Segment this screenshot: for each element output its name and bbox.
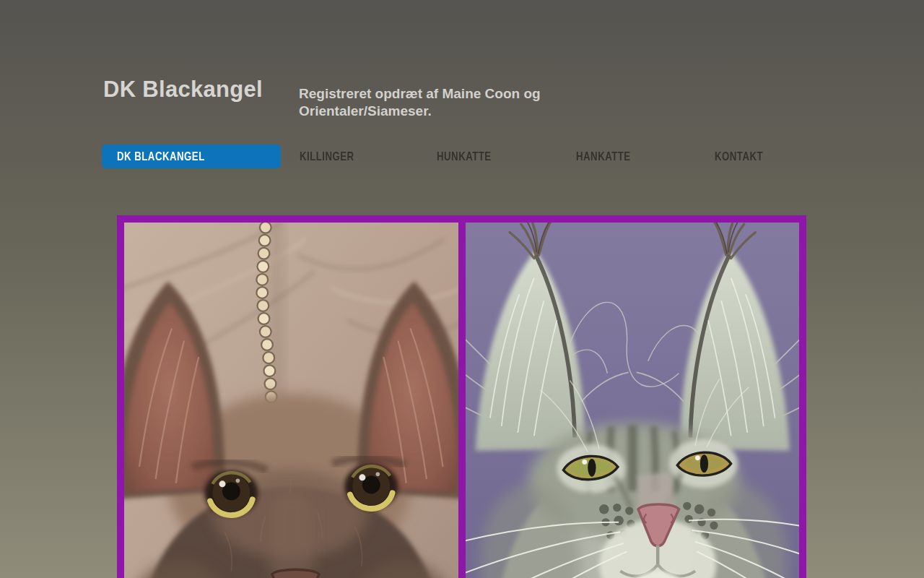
nav-item-killinger-label: KILLINGER xyxy=(300,144,354,168)
gallery-photo-silver-tabby-maine-coon[interactable] xyxy=(466,223,800,578)
site-title: DK Blackangel xyxy=(103,77,263,103)
nav-item-hankatte[interactable]: HANKATTE xyxy=(576,144,646,168)
nav-item-hunkatte[interactable]: HUNKATTE xyxy=(437,144,507,168)
nav-item-dk-blackangel-label: DK BLACKANGEL xyxy=(117,144,205,168)
nav-item-kontakt[interactable]: KONTAKT xyxy=(715,144,777,168)
chocolate-maine-coon-illustration xyxy=(124,223,458,578)
right-eye xyxy=(344,464,398,509)
nav-item-killinger[interactable]: KILLINGER xyxy=(300,144,370,168)
nav-item-dk-blackangel[interactable]: DK BLACKANGEL xyxy=(102,144,281,168)
site-subtitle: Registreret opdræt af Maine Coon og Orie… xyxy=(299,85,569,120)
silver-tabby-maine-coon-illustration xyxy=(466,223,800,578)
cat-gallery-strip xyxy=(117,215,806,578)
nav-item-hunkatte-label: HUNKATTE xyxy=(437,144,492,168)
gallery-photo-chocolate-maine-coon[interactable] xyxy=(124,223,458,578)
left-eye xyxy=(204,470,258,516)
nav-item-hankatte-label: HANKATTE xyxy=(576,144,631,168)
nav-item-kontakt-label: KONTAKT xyxy=(715,144,763,168)
page: DK Blackangel Registreret opdræt af Main… xyxy=(0,0,924,578)
